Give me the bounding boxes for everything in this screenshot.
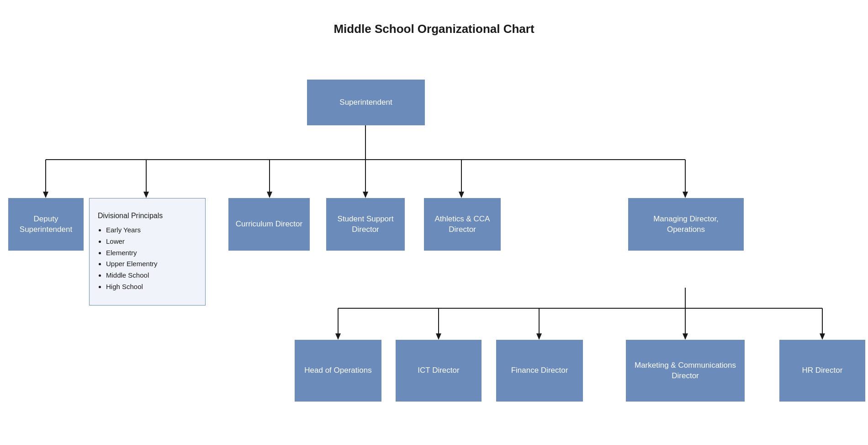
svg-marker-11 — [363, 192, 368, 198]
divisional-list: Early Years Lower Elementry Upper Elemen… — [98, 225, 158, 293]
finance-director-box: Finance Director — [496, 340, 583, 402]
head-of-operations-box: Head of Operations — [295, 340, 381, 402]
list-item: Elementry — [106, 247, 158, 259]
deputy-superintendent-box: Deputy Superintendent — [8, 198, 84, 251]
page-title: Middle School Organizational Chart — [0, 22, 868, 36]
list-item: Early Years — [106, 225, 158, 236]
list-item: Middle School — [106, 270, 158, 281]
svg-marker-23 — [536, 333, 542, 340]
hr-director-box: HR Director — [779, 340, 865, 402]
svg-marker-8 — [43, 192, 48, 198]
divisional-title: Divisional Principals — [98, 211, 163, 221]
list-item: High School — [106, 281, 158, 293]
svg-marker-24 — [683, 333, 688, 340]
athletics-cca-director-box: Athletics & CCA Director — [424, 198, 501, 251]
list-item: Upper Elementry — [106, 258, 158, 270]
org-chart: Superintendent Deputy Superintendent Div… — [0, 54, 868, 445]
list-item: Lower — [106, 236, 158, 247]
svg-marker-25 — [820, 333, 825, 340]
svg-marker-22 — [436, 333, 441, 340]
svg-marker-12 — [459, 192, 464, 198]
curriculum-director-box: Curriculum Director — [228, 198, 310, 251]
svg-marker-13 — [683, 192, 688, 198]
marketing-communications-director-box: Marketing & Communications Director — [626, 340, 745, 402]
svg-marker-10 — [267, 192, 272, 198]
ict-director-box: ICT Director — [396, 340, 482, 402]
managing-director-box: Managing Director, Operations — [628, 198, 744, 251]
svg-marker-21 — [335, 333, 341, 340]
svg-marker-9 — [143, 192, 149, 198]
superintendent-box: Superintendent — [307, 80, 425, 125]
student-support-director-box: Student Support Director — [326, 198, 405, 251]
divisional-principals-box: Divisional Principals Early Years Lower … — [89, 198, 206, 306]
